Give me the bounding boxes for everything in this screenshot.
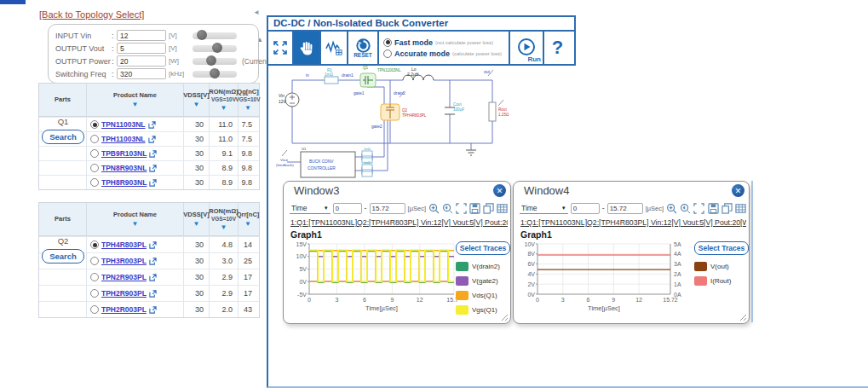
part-label: Q2 [58, 236, 69, 246]
product-radio[interactable] [90, 273, 99, 281]
filter-icon[interactable]: ▼ [193, 101, 200, 108]
vout-input[interactable] [117, 43, 166, 54]
external-link-icon[interactable] [149, 258, 157, 265]
external-link-icon[interactable] [149, 241, 157, 249]
fit-view-icon[interactable] [456, 202, 467, 214]
product-link[interactable]: TPH2R903PL [101, 289, 147, 298]
zoom-in-icon[interactable] [428, 202, 440, 214]
fast-mode-radio[interactable] [383, 38, 392, 47]
show-table-icon[interactable] [497, 202, 508, 214]
product-radio[interactable] [90, 178, 99, 187]
svg-text:2.2µH: 2.2µH [407, 72, 419, 77]
slider-knob[interactable] [212, 43, 222, 53]
product-radio[interactable] [90, 164, 99, 172]
external-link-icon[interactable] [148, 121, 156, 129]
range-to-input[interactable] [370, 203, 405, 214]
slider-knob[interactable] [197, 30, 207, 40]
filter-icon[interactable]: ▼ [244, 105, 251, 112]
external-link-icon[interactable] [148, 136, 156, 143]
product-radio[interactable] [90, 120, 99, 129]
trace-info[interactable]: 1:Q1:[TPN11003NL]Q2:[TPH4R803PL] Vin:12[… [290, 218, 508, 227]
legend-item: V(drain2) [456, 259, 510, 274]
external-link-icon[interactable] [149, 274, 157, 281]
slider-knob[interactable] [206, 55, 216, 66]
external-link-icon[interactable] [149, 179, 157, 187]
range-from-input[interactable] [571, 203, 600, 214]
slider-knob[interactable] [210, 68, 220, 78]
filter-icon[interactable]: ▼ [132, 221, 139, 228]
filter-icon[interactable]: ▼ [244, 221, 251, 228]
filter-icon[interactable]: ▼ [221, 224, 227, 231]
range-from-input[interactable] [333, 203, 362, 214]
product-link[interactable]: TPH11003NL [101, 135, 146, 143]
filter-icon[interactable]: ▼ [221, 105, 227, 112]
close-icon[interactable]: ✕ [732, 184, 744, 197]
axis-select[interactable]: Time▼ [290, 202, 331, 214]
resize-grip[interactable] [739, 314, 747, 321]
accurate-mode-option[interactable]: Accurate mode (calculate power loss) [383, 48, 502, 59]
resize-grip[interactable] [501, 314, 509, 321]
filter-icon[interactable]: ▼ [132, 101, 139, 108]
pan-tool-button[interactable] [294, 32, 321, 64]
zoom-reset-icon[interactable] [442, 202, 453, 214]
external-link-icon[interactable] [149, 150, 157, 158]
product-link[interactable]: TPH8R903NL [101, 178, 147, 187]
table-header: Parts Product Name▼ VDSS[V]▼ RON(mΩ)VGS=… [39, 84, 259, 117]
q1-search-button[interactable]: Search [42, 130, 84, 144]
reset-button[interactable]: RESET [348, 32, 379, 64]
power-slider[interactable] [193, 58, 237, 65]
product-link[interactable]: TPN2R903PL [101, 273, 147, 281]
product-link[interactable]: TPB9R103NL [101, 149, 147, 158]
svg-text:100µF: 100µF [453, 107, 464, 112]
table-value: 30 [184, 147, 210, 160]
external-link-icon[interactable] [149, 165, 157, 172]
run-button[interactable]: Run [510, 32, 544, 64]
product-radio[interactable] [90, 240, 99, 249]
zoom-reset-icon[interactable] [680, 202, 691, 214]
table-row: TPH2R903PL302.917 [39, 285, 259, 301]
range-to-input[interactable] [607, 203, 643, 214]
product-radio[interactable] [90, 305, 99, 314]
accurate-mode-radio[interactable] [383, 49, 392, 58]
chevron-down-icon: ▼ [561, 206, 566, 211]
show-table-icon[interactable] [735, 202, 746, 214]
product-link[interactable]: TPN8R903NL [101, 164, 147, 172]
product-radio[interactable] [90, 149, 99, 158]
product-link[interactable]: TPH3R003PL [101, 257, 147, 265]
vin-slider[interactable] [193, 32, 237, 39]
zoom-in-icon[interactable] [666, 202, 677, 214]
product-radio[interactable] [90, 289, 99, 298]
external-link-icon[interactable] [149, 290, 157, 298]
table-value: 30 [184, 253, 210, 269]
vout-slider[interactable] [193, 45, 237, 52]
svg-text:in: in [306, 72, 309, 78]
fast-mode-option[interactable]: Fast mode (not calculate power loss) [383, 37, 493, 48]
select-traces-button[interactable]: Select Traces [694, 241, 749, 255]
axis-select[interactable]: Time▼ [520, 202, 568, 214]
trace-info[interactable]: 1:Q1:[TPN11003NL]Q2:[TPH4R803PL] Vin:12[… [520, 218, 746, 227]
product-link[interactable]: TPH4R803PL [101, 240, 147, 249]
q2-search-button[interactable]: Search [42, 249, 84, 263]
save-image-icon[interactable] [469, 202, 480, 214]
fit-view-icon[interactable] [693, 202, 704, 214]
product-radio[interactable] [90, 135, 99, 143]
product-radio[interactable] [90, 257, 99, 265]
product-link[interactable]: TPN11003NL [101, 120, 146, 129]
back-to-topology-link[interactable]: [Back to Topology Select] [39, 9, 144, 20]
save-image-icon[interactable] [708, 202, 719, 214]
external-link-icon[interactable] [149, 306, 157, 314]
copy-data-icon[interactable] [483, 202, 494, 214]
collapse-icon[interactable]: ◄ [253, 9, 260, 16]
filter-icon[interactable]: ▼ [193, 221, 200, 228]
fullscreen-button[interactable] [268, 32, 294, 64]
help-button[interactable]: ? [544, 32, 571, 64]
freq-slider[interactable] [193, 71, 237, 78]
select-traces-button[interactable]: Select Traces [456, 241, 510, 255]
probe-tool-button[interactable] [321, 32, 348, 64]
close-icon[interactable]: ✕ [493, 184, 506, 197]
product-link[interactable]: TPH2R003PL [101, 305, 147, 314]
freq-input[interactable] [117, 68, 166, 79]
vin-input[interactable] [117, 30, 166, 41]
copy-data-icon[interactable] [721, 202, 733, 214]
power-input[interactable] [117, 55, 166, 67]
